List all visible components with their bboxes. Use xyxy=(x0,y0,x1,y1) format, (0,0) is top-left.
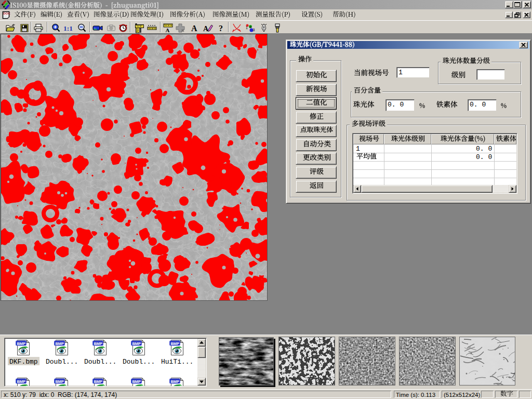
svg-text:BMP: BMP xyxy=(17,341,25,346)
svg-text:BMP: BMP xyxy=(94,379,102,384)
svg-text:BMP: BMP xyxy=(132,341,141,346)
svg-text:BMP: BMP xyxy=(170,379,179,384)
svg-text:BMP: BMP xyxy=(170,341,179,346)
svg-text:BMP: BMP xyxy=(132,379,141,384)
svg-text:BMP: BMP xyxy=(17,379,25,384)
svg-text:BMP: BMP xyxy=(55,341,64,346)
svg-text:BMP: BMP xyxy=(55,379,64,384)
svg-text:BMP: BMP xyxy=(94,341,102,346)
